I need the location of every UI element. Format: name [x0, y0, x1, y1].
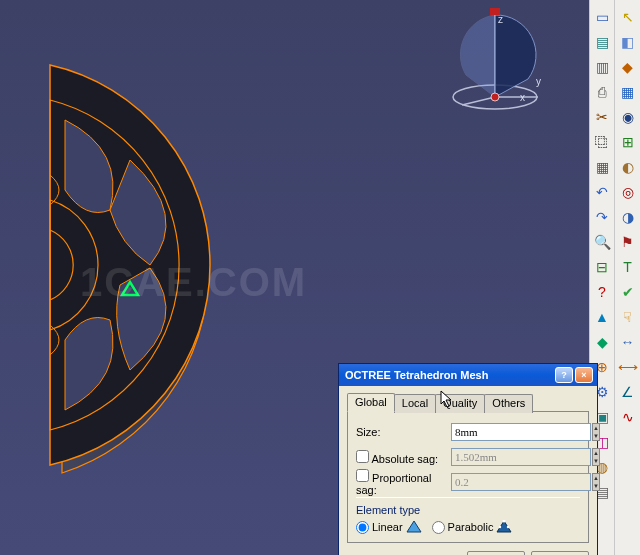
- hand-button[interactable]: ☟: [617, 306, 638, 327]
- new-icon: ▭: [594, 9, 610, 25]
- part-design-button[interactable]: ▦: [617, 81, 638, 102]
- mesh-tet-icon: ▲: [594, 309, 610, 325]
- linear-text: Linear: [372, 521, 403, 533]
- selection-trap-icon: ◧: [620, 34, 636, 50]
- parabolic-radio[interactable]: [432, 521, 445, 534]
- paste-button[interactable]: ▦: [592, 156, 613, 177]
- angle-button[interactable]: ∠: [617, 381, 638, 402]
- dim1-button[interactable]: ↔: [617, 331, 638, 352]
- size-spinner[interactable]: ▲▼: [592, 423, 600, 441]
- save-icon: ▥: [594, 59, 610, 75]
- new-button[interactable]: ▭: [592, 6, 613, 27]
- parabolic-tet-icon: [496, 520, 512, 534]
- save-button[interactable]: ▥: [592, 56, 613, 77]
- camera-button[interactable]: ◉: [617, 106, 638, 127]
- hide-show-icon: ◎: [620, 184, 636, 200]
- text-button[interactable]: T: [617, 256, 638, 277]
- curve-button[interactable]: ∿: [617, 406, 638, 427]
- select-arrow-button[interactable]: ↖: [617, 6, 638, 27]
- svg-point-4: [491, 93, 499, 101]
- sketcher-icon: ◆: [620, 59, 636, 75]
- element-type-label: Element type: [356, 504, 580, 516]
- prop-sag-checkbox-label[interactable]: Proportional sag:: [356, 469, 451, 496]
- dialog-close-button[interactable]: ×: [575, 367, 593, 383]
- apply-button[interactable]: ✔: [617, 281, 638, 302]
- svg-point-8: [507, 526, 509, 528]
- sketcher-button[interactable]: ◆: [617, 56, 638, 77]
- abs-sag-spinner[interactable]: ▲▼: [592, 448, 600, 466]
- size-label: Size:: [356, 426, 451, 438]
- swap-button[interactable]: ◑: [617, 206, 638, 227]
- search-button[interactable]: 🔍: [592, 231, 613, 252]
- angle-icon: ∠: [620, 384, 636, 400]
- help-button[interactable]: ?: [592, 281, 613, 302]
- open-button[interactable]: ▤: [592, 31, 613, 52]
- abs-sag-text: Absolute sag:: [371, 453, 438, 465]
- compass-icon[interactable]: z y x: [440, 5, 550, 115]
- tree-icon: ⊟: [594, 259, 610, 275]
- prop-sag-spinner[interactable]: ▲▼: [592, 473, 600, 491]
- ok-button[interactable]: OK: [467, 551, 525, 555]
- abs-sag-checkbox[interactable]: [356, 450, 369, 463]
- measure-button[interactable]: ⊞: [617, 131, 638, 152]
- prop-sag-checkbox[interactable]: [356, 469, 369, 482]
- mesh-dialog[interactable]: OCTREE Tetrahedron Mesh ? × Global Local…: [338, 363, 598, 555]
- dim2-icon: ⟷: [620, 359, 636, 375]
- copy-icon: ⿻: [594, 134, 610, 150]
- tree-button[interactable]: ⊟: [592, 256, 613, 277]
- selection-trap-button[interactable]: ◧: [617, 31, 638, 52]
- axis-y-label: y: [536, 76, 541, 87]
- dim2-button[interactable]: ⟷: [617, 356, 638, 377]
- paste-icon: ▦: [594, 159, 610, 175]
- dialog-title-text: OCTREE Tetrahedron Mesh: [345, 369, 488, 381]
- print-icon: ⎙: [594, 84, 610, 100]
- tab-quality[interactable]: Quality: [435, 394, 485, 413]
- linear-radio-label[interactable]: Linear: [356, 520, 422, 534]
- cut-button[interactable]: ✂: [592, 106, 613, 127]
- text-icon: T: [620, 259, 636, 275]
- redo-button[interactable]: ↷: [592, 206, 613, 227]
- linear-tet-icon: [406, 520, 422, 534]
- parabolic-text: Parabolic: [448, 521, 494, 533]
- abs-sag-input: [451, 448, 591, 466]
- help-icon: ?: [594, 284, 610, 300]
- mesh-tet-button[interactable]: ▲: [592, 306, 613, 327]
- selection-marker-icon: [120, 280, 140, 298]
- undo-button[interactable]: ↶: [592, 181, 613, 202]
- size-input[interactable]: [451, 423, 591, 441]
- tab-panel-global: Size: ▲▼ Absolute sag: ▲▼ Proportional s…: [347, 412, 589, 543]
- print-button[interactable]: ⎙: [592, 81, 613, 102]
- linear-radio[interactable]: [356, 521, 369, 534]
- search-icon: 🔍: [594, 234, 610, 250]
- tab-local[interactable]: Local: [394, 394, 436, 413]
- abs-sag-checkbox-label[interactable]: Absolute sag:: [356, 450, 451, 465]
- parabolic-radio-label[interactable]: Parabolic: [432, 520, 513, 534]
- axis-z-label: z: [498, 14, 503, 25]
- hide-show-button[interactable]: ◎: [617, 181, 638, 202]
- dialog-help-button[interactable]: ?: [555, 367, 573, 383]
- tab-global[interactable]: Global: [347, 393, 395, 412]
- material-button[interactable]: ◐: [617, 156, 638, 177]
- flag-button[interactable]: ⚑: [617, 231, 638, 252]
- camera-icon: ◉: [620, 109, 636, 125]
- dialog-titlebar[interactable]: OCTREE Tetrahedron Mesh ? ×: [339, 364, 597, 386]
- dim1-icon: ↔: [620, 334, 636, 350]
- flag-icon: ⚑: [620, 234, 636, 250]
- mesh-hex-button[interactable]: ◆: [592, 331, 613, 352]
- measure-icon: ⊞: [620, 134, 636, 150]
- tab-others[interactable]: Others: [484, 394, 533, 413]
- material-icon: ◐: [620, 159, 636, 175]
- copy-button[interactable]: ⿻: [592, 131, 613, 152]
- hand-icon: ☟: [620, 309, 636, 325]
- mesh-hex-icon: ◆: [594, 334, 610, 350]
- svg-line-2: [462, 97, 495, 105]
- apply-icon: ✔: [620, 284, 636, 300]
- select-arrow-icon: ↖: [620, 9, 636, 25]
- cut-icon: ✂: [594, 109, 610, 125]
- curve-icon: ∿: [620, 409, 636, 425]
- swap-icon: ◑: [620, 209, 636, 225]
- cancel-button[interactable]: Cancel: [531, 551, 589, 555]
- undo-icon: ↶: [594, 184, 610, 200]
- model-part[interactable]: [10, 50, 260, 480]
- axis-x-label: x: [520, 92, 525, 103]
